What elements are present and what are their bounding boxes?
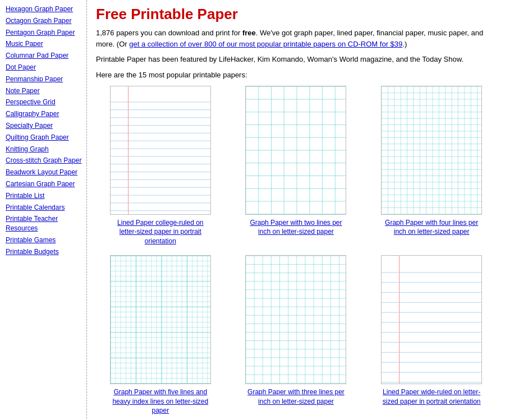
sidebar-item-columnar-pad[interactable]: Columnar Pad Paper xyxy=(6,51,82,61)
paper-item-graph-four-lines: Graph Paper with four lines per inch on … xyxy=(367,86,496,246)
paper-link-lined-college[interactable]: Lined Paper college-ruled on letter-size… xyxy=(108,218,212,246)
sidebar-item-perspective-grid[interactable]: Perspective Grid xyxy=(6,98,82,107)
sidebar-item-printable-calendars[interactable]: Printable Calendars xyxy=(6,203,82,213)
sidebar-item-teacher-resources[interactable]: Printable Teacher Resources xyxy=(6,214,82,233)
intro-text: 1,876 papers you can download and print … xyxy=(96,29,242,37)
svg-rect-0 xyxy=(111,86,210,214)
page-title: Free Printable Paper xyxy=(96,6,496,23)
paper-link-graph-four-lines[interactable]: Graph Paper with four lines per inch on … xyxy=(380,218,484,237)
paper-thumbnail-lined-wide xyxy=(381,255,482,384)
sidebar-item-printable-list[interactable]: Printable List xyxy=(6,191,82,201)
sidebar-item-pentagon-graph[interactable]: Pentagon Graph Paper xyxy=(6,28,82,38)
sidebar-item-specialty-paper[interactable]: Specialty Paper xyxy=(6,121,82,131)
sidebar-item-calligraphy-paper[interactable]: Calligraphy Paper xyxy=(6,109,82,119)
paper-thumbnail-lined-college xyxy=(110,86,211,215)
intro-end: .) xyxy=(402,40,407,48)
sidebar-item-printable-budgets[interactable]: Printable Budgets xyxy=(6,247,82,257)
svg-rect-151 xyxy=(382,256,481,383)
paper-link-graph-two-lines[interactable]: Graph Paper with two lines per inch on l… xyxy=(244,218,348,237)
intro-bold: free xyxy=(242,29,256,37)
popular-label: Here are the 15 most popular printable p… xyxy=(96,71,496,79)
sidebar-item-quilting-graph[interactable]: Quilting Graph Paper xyxy=(6,133,82,142)
paper-item-lined-wide: Lined Paper wide-ruled on letter-sized p… xyxy=(367,255,496,416)
main-content: Free Printable Paper 1,876 papers you ca… xyxy=(87,0,505,420)
sidebar-item-beadwork[interactable]: Beadwork Layout Paper xyxy=(6,168,82,177)
sidebar-item-dot-paper[interactable]: Dot Paper xyxy=(6,63,82,72)
paper-link-graph-five-lines[interactable]: Graph Paper with five lines and heavy in… xyxy=(108,387,212,416)
sidebar-item-cross-stitch[interactable]: Cross-stitch Graph Paper xyxy=(6,156,82,165)
paper-thumbnail-graph-three-lines xyxy=(245,255,346,384)
paper-item-lined-college: Lined Paper college-ruled on letter-size… xyxy=(96,86,225,246)
paper-thumbnail-graph-four-lines xyxy=(381,86,482,215)
paper-thumbnail-graph-two-lines xyxy=(245,86,346,215)
sidebar-item-penmanship-paper[interactable]: Penmanship Paper xyxy=(6,75,82,84)
cdrom-link[interactable]: get a collection of over 800 of our most… xyxy=(129,40,402,48)
sidebar: Hexagon Graph PaperOctagon Graph PaperPe… xyxy=(0,0,87,420)
paper-link-lined-wide[interactable]: Lined Paper wide-ruled on letter-sized p… xyxy=(380,387,484,407)
paper-link-graph-three-lines[interactable]: Graph Paper with three lines per inch on… xyxy=(244,387,348,407)
sidebar-item-cartesian-graph[interactable]: Cartesian Graph Paper xyxy=(6,179,82,189)
paper-item-graph-three-lines: Graph Paper with three lines per inch on… xyxy=(232,255,361,416)
sidebar-item-music-paper[interactable]: Music Paper xyxy=(6,39,82,49)
paper-grid: Lined Paper college-ruled on letter-size… xyxy=(96,86,496,416)
sidebar-item-octagon-graph[interactable]: Octagon Graph Paper xyxy=(6,16,82,26)
featured-text: Printable Paper has been featured by Lif… xyxy=(96,54,496,65)
paper-thumbnail-graph-five-lines xyxy=(110,255,211,384)
intro-paragraph: 1,876 papers you can download and print … xyxy=(96,27,496,49)
paper-item-graph-five-lines: Graph Paper with five lines and heavy in… xyxy=(96,255,225,416)
sidebar-item-printable-games[interactable]: Printable Games xyxy=(6,236,82,245)
sidebar-item-note-paper[interactable]: Note Paper xyxy=(6,86,82,96)
sidebar-item-hexagon-graph[interactable]: Hexagon Graph Paper xyxy=(6,4,82,14)
sidebar-item-knitting-graph[interactable]: Knitting Graph xyxy=(6,145,82,154)
svg-rect-75 xyxy=(111,256,210,383)
paper-item-graph-two-lines: Graph Paper with two lines per inch on l… xyxy=(232,86,361,246)
